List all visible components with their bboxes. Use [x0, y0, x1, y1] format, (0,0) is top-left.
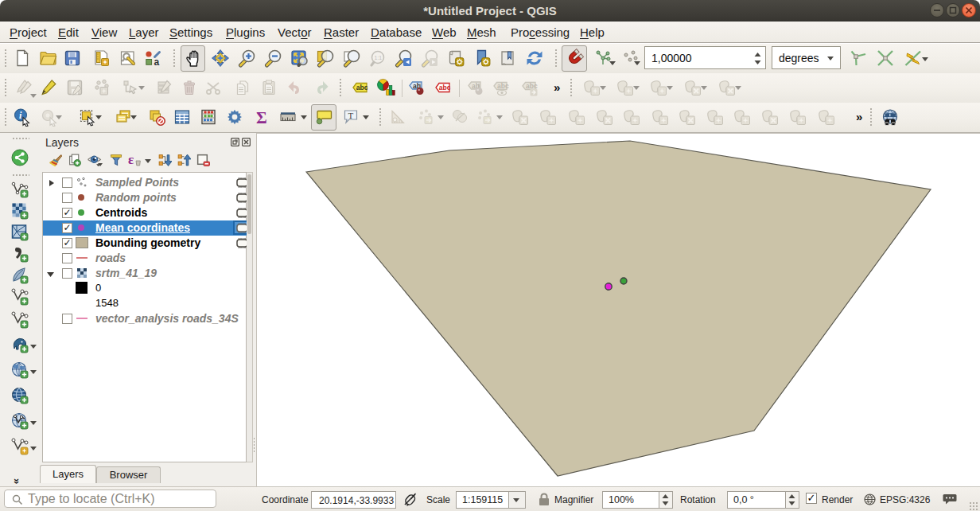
- svg-text:Σ: Σ: [256, 108, 267, 127]
- svg-text:1:1: 1:1: [375, 55, 383, 60]
- svg-text:T: T: [348, 111, 354, 120]
- svg-text:ε: ε: [128, 153, 134, 167]
- svg-text:abc: abc: [356, 84, 368, 92]
- svg-text:abc: abc: [439, 84, 451, 92]
- svg-text:a: a: [154, 57, 160, 68]
- svg-text:abc: abc: [497, 82, 509, 90]
